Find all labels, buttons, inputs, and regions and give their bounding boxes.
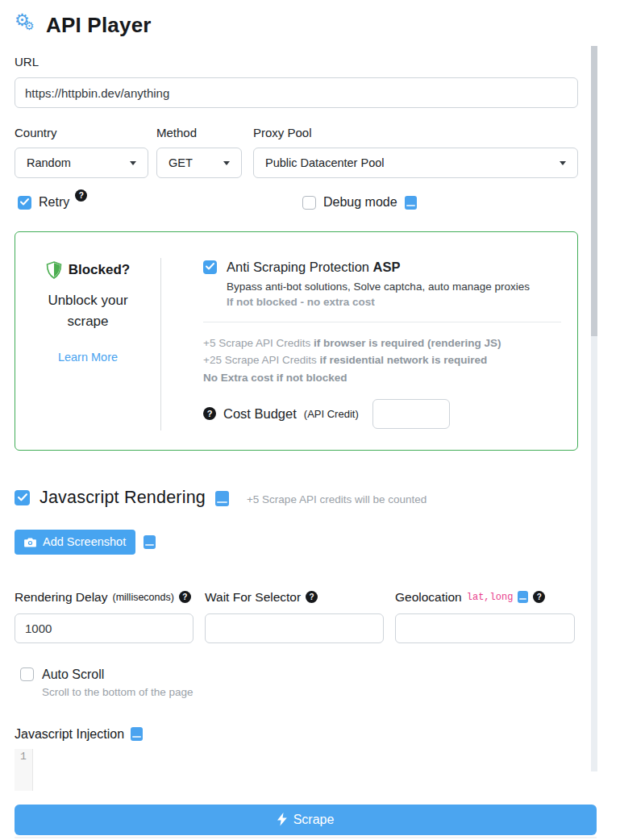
retry-help-icon[interactable]: ? bbox=[75, 189, 87, 202]
credit-line: +25 Scrape API Credits if residential ne… bbox=[203, 351, 561, 368]
debug-mode-toggle[interactable]: Debug mode bbox=[302, 195, 417, 210]
rendering-delay-label: Rendering Delay bbox=[15, 590, 107, 605]
screenshot-docs-book-icon[interactable] bbox=[144, 535, 156, 549]
auto-scroll-checkbox[interactable] bbox=[20, 667, 34, 681]
asp-abbr: ASP bbox=[373, 260, 401, 274]
page-title: API Player bbox=[46, 13, 152, 38]
js-injection-header: Javascript Injection bbox=[15, 727, 620, 742]
learn-more-link[interactable]: Learn More bbox=[58, 351, 118, 364]
auto-scroll-label: Auto Scroll bbox=[42, 667, 104, 682]
select-row: Country Random Method GET Proxy Pool Pub… bbox=[15, 126, 578, 178]
page-header: ⚙ ⚙ API Player bbox=[15, 11, 620, 39]
wait-for-selector-input[interactable] bbox=[205, 613, 384, 643]
editor-code-area[interactable] bbox=[33, 749, 591, 791]
rendering-delay-input[interactable] bbox=[15, 613, 193, 643]
debug-label: Debug mode bbox=[323, 195, 397, 210]
geolocation-field: Geolocation lat,long ? bbox=[395, 590, 578, 643]
blocked-title-row: Blocked? bbox=[23, 261, 152, 279]
cost-budget-help-icon[interactable]: ? bbox=[203, 407, 216, 420]
rendering-delay-unit: (milliseconds) bbox=[112, 592, 173, 603]
blocked-subtitle: Unblock your scrape bbox=[40, 290, 136, 331]
geolocation-format-code: lat,long bbox=[467, 592, 514, 603]
caret-down-icon bbox=[560, 161, 566, 165]
scrape-button[interactable]: Scrape bbox=[15, 805, 597, 835]
js-rendering-credit-note: +5 Scrape API credits will be counted bbox=[247, 493, 427, 505]
auto-scroll-section: Auto Scroll Scroll to the bottom of the … bbox=[15, 667, 620, 698]
credit-line: No Extra cost if not blocked bbox=[203, 369, 561, 386]
scrollbar-thumb[interactable] bbox=[591, 46, 597, 336]
editor-line-number: 1 bbox=[15, 749, 33, 791]
js-injection-label: Javascript Injection bbox=[15, 727, 124, 742]
debug-docs-book-icon[interactable] bbox=[405, 196, 417, 210]
wait-for-selector-help-icon[interactable]: ? bbox=[306, 591, 318, 603]
retry-checkbox[interactable] bbox=[18, 196, 31, 210]
geolocation-docs-book-icon[interactable] bbox=[518, 591, 528, 603]
lightning-bolt-icon bbox=[277, 813, 287, 826]
wait-for-selector-label: Wait For Selector bbox=[205, 590, 301, 605]
gears-icon: ⚙ ⚙ bbox=[15, 13, 39, 37]
country-select[interactable]: Random bbox=[15, 148, 148, 178]
camera-icon bbox=[24, 537, 36, 547]
asp-panel: Blocked? Unblock your scrape Learn More … bbox=[15, 231, 578, 451]
js-rendering-checkbox[interactable] bbox=[15, 490, 30, 505]
retry-label: Retry bbox=[39, 195, 69, 210]
asp-label: Anti Scraping Protection ASP bbox=[227, 260, 401, 275]
geolocation-input[interactable] bbox=[395, 613, 575, 643]
asp-checkbox[interactable] bbox=[203, 260, 217, 274]
url-label: URL bbox=[15, 55, 620, 69]
bottom-divider bbox=[15, 837, 597, 838]
geolocation-help-icon[interactable]: ? bbox=[533, 591, 545, 603]
wait-for-selector-field: Wait For Selector ? bbox=[205, 590, 387, 643]
asp-divider bbox=[203, 322, 561, 322]
country-label: Country bbox=[15, 126, 156, 139]
js-rendering-label: Javascript Rendering bbox=[40, 488, 206, 508]
asp-no-cost-note: If not blocked - no extra cost bbox=[227, 296, 561, 308]
rendering-delay-field: Rendering Delay (milliseconds) ? bbox=[15, 590, 197, 643]
blocked-column: Blocked? Unblock your scrape Learn More bbox=[15, 258, 161, 430]
vertical-scrollbar[interactable] bbox=[591, 46, 597, 771]
js-rendering-toggle[interactable]: Javascript Rendering +5 Scrape API credi… bbox=[15, 488, 620, 508]
cost-budget-label: Cost Budget bbox=[223, 406, 297, 422]
toggles-row: Retry ? Debug mode bbox=[15, 195, 578, 219]
asp-description: Bypass anti-bot solutions, Solve captcha… bbox=[227, 281, 561, 293]
js-injection-docs-book-icon[interactable] bbox=[131, 727, 143, 741]
asp-toggle[interactable]: Anti Scraping Protection ASP bbox=[203, 260, 561, 275]
auto-scroll-toggle[interactable]: Auto Scroll bbox=[20, 667, 620, 682]
retry-toggle[interactable]: Retry ? bbox=[18, 195, 89, 210]
geolocation-label: Geolocation bbox=[395, 590, 462, 605]
shield-icon bbox=[46, 261, 62, 279]
debug-checkbox[interactable] bbox=[302, 196, 316, 210]
api-player-page: ⚙ ⚙ API Player URL https://httpbin.dev/a… bbox=[0, 0, 620, 840]
asp-credit-lines: +5 Scrape API Credits if browser is requ… bbox=[203, 335, 561, 386]
caret-down-icon bbox=[223, 161, 230, 165]
caret-down-icon bbox=[130, 161, 136, 165]
proxy-pool-select[interactable]: Public Datacenter Pool bbox=[253, 148, 578, 178]
url-input[interactable]: https://httpbin.dev/anything bbox=[15, 77, 578, 108]
cost-budget-input[interactable] bbox=[372, 399, 450, 429]
asp-column: Anti Scraping Protection ASP Bypass anti… bbox=[161, 232, 577, 450]
auto-scroll-description: Scroll to the bottom of the page bbox=[42, 686, 620, 698]
js-rendering-docs-book-icon[interactable] bbox=[215, 491, 229, 506]
screenshot-row: Add Screenshot bbox=[15, 530, 620, 555]
cost-budget-unit: (API Credit) bbox=[304, 408, 359, 420]
proxy-pool-label: Proxy Pool bbox=[253, 126, 578, 139]
add-screenshot-button[interactable]: Add Screenshot bbox=[15, 530, 135, 555]
url-input-value: https://httpbin.dev/anything bbox=[25, 86, 169, 100]
method-select[interactable]: GET bbox=[156, 148, 242, 178]
blocked-title: Blocked? bbox=[69, 262, 131, 278]
render-options-row: Rendering Delay (milliseconds) ? Wait Fo… bbox=[15, 590, 578, 643]
credit-line: +5 Scrape API Credits if browser is requ… bbox=[203, 335, 561, 351]
method-label: Method bbox=[156, 126, 253, 139]
cost-budget-row: ? Cost Budget (API Credit) bbox=[203, 399, 561, 429]
rendering-delay-help-icon[interactable]: ? bbox=[179, 591, 191, 603]
js-injection-editor[interactable]: 1 bbox=[15, 749, 591, 791]
